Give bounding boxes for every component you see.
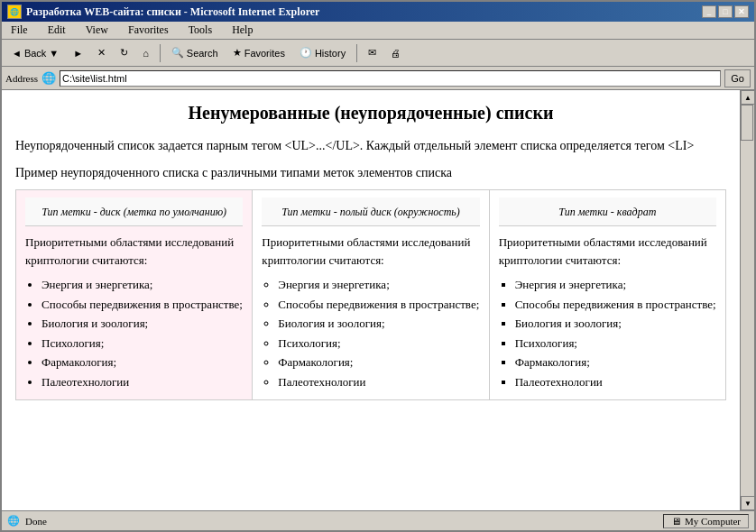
computer-label: My Computer — [685, 516, 741, 527]
status-bar: 🌐 Done 🖥 My Computer — [2, 510, 754, 530]
col3-body: Приоритетными областями исследований кри… — [499, 234, 716, 390]
list-item: Энергия и энергетика; — [41, 276, 243, 294]
menu-file[interactable]: File — [5, 23, 33, 38]
computer-icon: 🖥 — [671, 516, 681, 527]
list-item: Психология; — [41, 335, 243, 353]
forward-button[interactable]: ► — [67, 42, 89, 64]
list-item: Фармакология; — [278, 353, 479, 371]
scrollbar[interactable]: ▲ ▼ — [740, 90, 754, 510]
back-dropdown-icon: ▼ — [49, 48, 59, 59]
close-button[interactable]: ✕ — [734, 5, 749, 18]
list-item: Психология; — [278, 335, 479, 353]
list-item: Палеотехнологии — [278, 373, 479, 391]
home-button[interactable]: ⌂ — [136, 42, 155, 64]
print-button[interactable]: 🖨 — [384, 42, 407, 64]
col2-body: Приоритетными областями исследований кри… — [262, 234, 479, 390]
forward-icon: ► — [73, 48, 83, 59]
menu-tools[interactable]: Tools — [183, 23, 218, 38]
list-item: Биология и зоология; — [41, 315, 243, 333]
col3-header: Тип метки - квадрат — [499, 197, 716, 226]
address-label: Address — [5, 73, 38, 84]
list-item: Фармакология; — [515, 353, 716, 371]
scroll-down-button[interactable]: ▼ — [741, 496, 754, 510]
status-left: 🌐 Done — [7, 515, 663, 527]
address-input[interactable] — [60, 70, 721, 87]
favorites-label: Favorites — [244, 48, 285, 59]
computer-status: 🖥 My Computer — [663, 514, 749, 528]
mail-icon: ✉ — [368, 47, 376, 59]
page-subtitle: Пример неупорядоченного списка с различн… — [15, 166, 726, 180]
address-icon: 🌐 — [41, 71, 56, 86]
app-icon: 🌐 — [7, 5, 22, 19]
col3-list: Энергия и энергетика; Способы передвижен… — [499, 276, 716, 390]
stop-icon: ✕ — [97, 47, 106, 59]
back-icon: ◄ — [12, 48, 22, 59]
history-icon: 🕐 — [300, 47, 312, 59]
content-wrapper: Ненумерованные (неупорядоченные) списки … — [2, 90, 754, 510]
list-item: Психология; — [515, 335, 716, 353]
scroll-thumb[interactable] — [741, 105, 753, 141]
list-item: Энергия и энергетика; — [278, 276, 479, 294]
scroll-track[interactable] — [741, 105, 754, 496]
scroll-up-button[interactable]: ▲ — [741, 90, 754, 105]
col2-header: Тип метки - полый диск (окружность) — [262, 197, 479, 226]
toolbar: ◄ Back ▼ ► ✕ ↻ ⌂ 🔍 Search ★ Favorites 🕐 … — [2, 40, 754, 67]
column-3: Тип метки - квадрат Приоритетными област… — [490, 190, 725, 399]
col1-list: Энергия и энергетика; Способы передвижен… — [25, 276, 243, 390]
column-1: Тип метки - диск (метка по умолчанию) Пр… — [16, 190, 253, 399]
menu-view[interactable]: View — [80, 23, 114, 38]
columns-wrapper: Тип метки - диск (метка по умолчанию) Пр… — [15, 189, 726, 400]
maximize-button[interactable]: □ — [718, 5, 733, 18]
search-label: Search — [187, 48, 218, 59]
col1-header: Тип метки - диск (метка по умолчанию) — [25, 197, 243, 226]
minimize-button[interactable]: _ — [702, 5, 716, 18]
refresh-button[interactable]: ↻ — [114, 42, 134, 64]
go-button[interactable]: Go — [724, 69, 751, 87]
favorites-icon: ★ — [233, 47, 242, 59]
list-item: Палеотехнологии — [41, 373, 243, 391]
history-button[interactable]: 🕐 History — [293, 42, 352, 64]
list-item: Энергия и энергетика; — [515, 276, 716, 294]
col1-body: Приоритетными областями исследований кри… — [25, 234, 243, 390]
column-2: Тип метки - полый диск (окружность) Прио… — [253, 190, 489, 399]
list-item: Способы передвижения в пространстве; — [515, 296, 716, 314]
list-item: Фармакология; — [41, 353, 243, 371]
favorites-button[interactable]: ★ Favorites — [226, 42, 291, 64]
list-item: Способы передвижения в пространстве; — [41, 296, 243, 314]
list-item: Биология и зоология; — [515, 315, 716, 333]
search-button[interactable]: 🔍 Search — [165, 42, 225, 64]
stop-button[interactable]: ✕ — [91, 42, 112, 64]
menu-edit[interactable]: Edit — [42, 23, 71, 38]
content-area[interactable]: Ненумерованные (неупорядоченные) списки … — [2, 90, 740, 510]
refresh-icon: ↻ — [120, 47, 128, 59]
page-title: Ненумерованные (неупорядоченные) списки — [15, 103, 726, 124]
address-bar: Address 🌐 Go — [2, 67, 754, 90]
list-item: Способы передвижения в пространстве; — [278, 296, 479, 314]
browser-window: 🌐 Разработка WEB-сайта: списки - Microso… — [0, 0, 756, 532]
mail-button[interactable]: ✉ — [362, 42, 383, 64]
col1-intro: Приоритетными областями исследований кри… — [25, 234, 243, 269]
col2-list: Энергия и энергетика; Способы передвижен… — [262, 276, 479, 390]
toolbar-separator-2 — [356, 44, 357, 62]
history-label: History — [315, 48, 346, 59]
page-intro: Неупорядоченный список задается парным т… — [15, 136, 726, 155]
menu-help[interactable]: Help — [226, 23, 258, 38]
status-page-icon: 🌐 — [7, 515, 20, 527]
col2-intro: Приоритетными областями исследований кри… — [262, 234, 479, 269]
home-icon: ⌂ — [143, 48, 149, 59]
menu-favorites[interactable]: Favorites — [123, 23, 174, 38]
print-icon: 🖨 — [391, 48, 401, 59]
toolbar-separator-1 — [160, 44, 161, 62]
back-button[interactable]: ◄ Back ▼ — [5, 42, 65, 64]
status-right: 🖥 My Computer — [663, 514, 749, 528]
list-item: Палеотехнологии — [515, 373, 716, 391]
title-bar: 🌐 Разработка WEB-сайта: списки - Microso… — [2, 2, 754, 22]
status-text: Done — [25, 516, 47, 527]
window-title: Разработка WEB-сайта: списки - Microsoft… — [26, 5, 319, 19]
search-icon: 🔍 — [171, 47, 184, 59]
col3-intro: Приоритетными областями исследований кри… — [499, 234, 716, 269]
list-item: Биология и зоология; — [278, 315, 479, 333]
menu-bar: File Edit View Favorites Tools Help — [2, 22, 754, 40]
